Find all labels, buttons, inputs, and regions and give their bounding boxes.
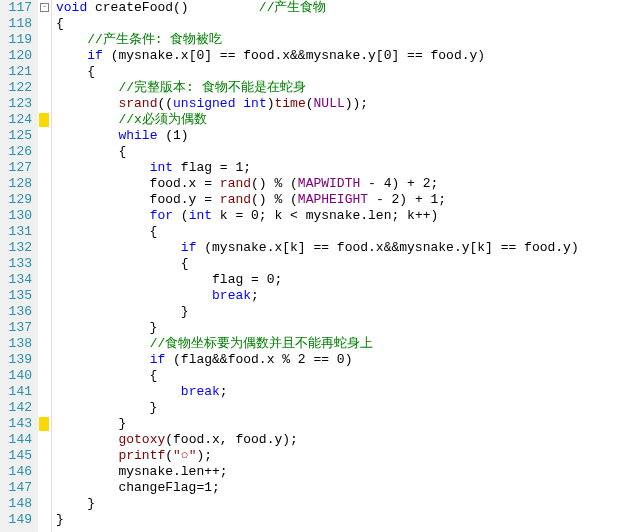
- code-area[interactable]: void createFood() //产生食物{ //产生条件: 食物被吃 i…: [52, 0, 624, 532]
- code-line[interactable]: {: [56, 256, 624, 272]
- code-line[interactable]: int flag = 1;: [56, 160, 624, 176]
- code-line[interactable]: //产生条件: 食物被吃: [56, 32, 624, 48]
- line-number: 139: [0, 352, 32, 368]
- line-number: 120: [0, 48, 32, 64]
- line-number: 144: [0, 432, 32, 448]
- line-number: 146: [0, 464, 32, 480]
- code-line[interactable]: for (int k = 0; k < mysnake.len; k++): [56, 208, 624, 224]
- line-number: 117: [0, 0, 32, 16]
- line-number: 125: [0, 128, 32, 144]
- code-line[interactable]: }: [56, 496, 624, 512]
- line-number: 140: [0, 368, 32, 384]
- code-editor: 1171181191201211221231241251261271281291…: [0, 0, 624, 532]
- code-line[interactable]: {: [56, 144, 624, 160]
- line-number: 135: [0, 288, 32, 304]
- code-line[interactable]: printf("○");: [56, 448, 624, 464]
- code-line[interactable]: {: [56, 16, 624, 32]
- line-number: 137: [0, 320, 32, 336]
- code-line[interactable]: if (mysnake.x[0] == food.x&&mysnake.y[0]…: [56, 48, 624, 64]
- code-line[interactable]: food.x = rand() % (MAPWIDTH - 4) + 2;: [56, 176, 624, 192]
- code-line[interactable]: void createFood() //产生食物: [56, 0, 624, 16]
- line-number: 132: [0, 240, 32, 256]
- code-line[interactable]: break;: [56, 288, 624, 304]
- line-number: 123: [0, 96, 32, 112]
- line-number: 147: [0, 480, 32, 496]
- code-line[interactable]: {: [56, 224, 624, 240]
- line-number: 121: [0, 64, 32, 80]
- line-number: 134: [0, 272, 32, 288]
- fold-column: -: [38, 0, 52, 532]
- line-number-gutter: 1171181191201211221231241251261271281291…: [0, 0, 38, 532]
- code-line[interactable]: //x必须为偶数: [56, 112, 624, 128]
- code-line[interactable]: srand((unsigned int)time(NULL));: [56, 96, 624, 112]
- line-marker-icon: [39, 113, 49, 127]
- code-line[interactable]: changeFlag=1;: [56, 480, 624, 496]
- code-line[interactable]: }: [56, 512, 624, 528]
- line-number: 127: [0, 160, 32, 176]
- code-line[interactable]: //完整版本: 食物不能是在蛇身: [56, 80, 624, 96]
- line-number: 119: [0, 32, 32, 48]
- line-number: 149: [0, 512, 32, 528]
- line-number: 148: [0, 496, 32, 512]
- code-line[interactable]: gotoxy(food.x, food.y);: [56, 432, 624, 448]
- code-line[interactable]: mysnake.len++;: [56, 464, 624, 480]
- code-line[interactable]: while (1): [56, 128, 624, 144]
- code-line[interactable]: }: [56, 416, 624, 432]
- code-line[interactable]: {: [56, 64, 624, 80]
- fold-toggle-icon[interactable]: -: [40, 3, 49, 12]
- code-line[interactable]: {: [56, 368, 624, 384]
- line-number: 143: [0, 416, 32, 432]
- line-number: 124: [0, 112, 32, 128]
- code-line[interactable]: }: [56, 320, 624, 336]
- line-number: 128: [0, 176, 32, 192]
- code-line[interactable]: }: [56, 400, 624, 416]
- code-line[interactable]: if (mysnake.x[k] == food.x&&mysnake.y[k]…: [56, 240, 624, 256]
- line-number: 133: [0, 256, 32, 272]
- line-number: 145: [0, 448, 32, 464]
- line-number: 142: [0, 400, 32, 416]
- code-line[interactable]: flag = 0;: [56, 272, 624, 288]
- line-number: 130: [0, 208, 32, 224]
- code-line[interactable]: if (flag&&food.x % 2 == 0): [56, 352, 624, 368]
- line-number: 122: [0, 80, 32, 96]
- line-number: 131: [0, 224, 32, 240]
- line-number: 118: [0, 16, 32, 32]
- line-number: 141: [0, 384, 32, 400]
- code-line[interactable]: //食物坐标要为偶数并且不能再蛇身上: [56, 336, 624, 352]
- line-marker-icon: [39, 417, 49, 431]
- code-line[interactable]: break;: [56, 384, 624, 400]
- line-number: 126: [0, 144, 32, 160]
- code-line[interactable]: food.y = rand() % (MAPHEIGHT - 2) + 1;: [56, 192, 624, 208]
- line-number: 136: [0, 304, 32, 320]
- line-number: 138: [0, 336, 32, 352]
- line-number: 129: [0, 192, 32, 208]
- code-line[interactable]: }: [56, 304, 624, 320]
